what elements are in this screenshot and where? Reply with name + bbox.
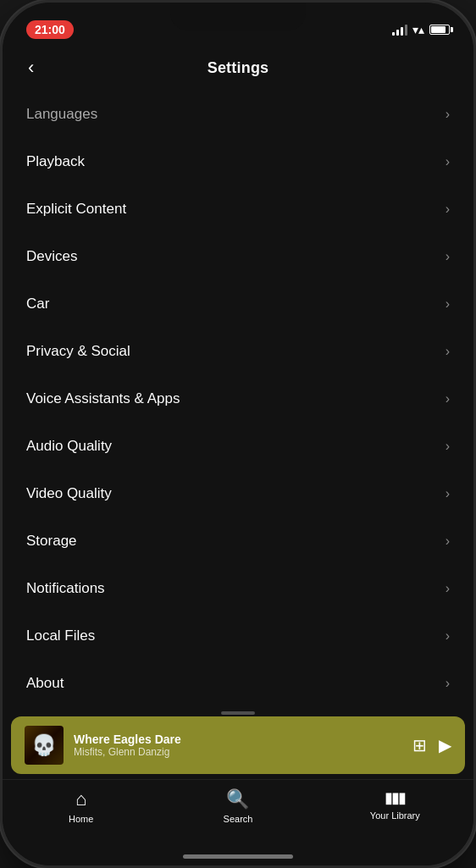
- album-art-icon: 💀: [31, 733, 57, 757]
- nav-item-home[interactable]: ⌂Home: [3, 788, 159, 824]
- wifi-icon: ▾▴: [412, 23, 424, 36]
- settings-label-languages: Languages: [26, 106, 97, 123]
- settings-label-video-quality: Video Quality: [26, 485, 112, 502]
- time-display: 21:00: [26, 20, 74, 39]
- settings-label-privacy-social: Privacy & Social: [26, 343, 130, 360]
- chevron-icon-storage: ›: [446, 534, 450, 549]
- settings-label-notifications: Notifications: [26, 580, 105, 597]
- settings-label-devices: Devices: [26, 248, 77, 265]
- settings-label-local-files: Local Files: [26, 628, 95, 644]
- settings-item-voice-assistants[interactable]: Voice Assistants & Apps›: [3, 375, 473, 423]
- chevron-icon-devices: ›: [446, 249, 450, 264]
- signal-icon: [392, 24, 407, 36]
- chevron-icon-about: ›: [446, 676, 450, 691]
- connect-device-icon[interactable]: ⊞: [412, 735, 427, 755]
- settings-item-about[interactable]: About›: [3, 660, 473, 707]
- chevron-icon-local-files: ›: [446, 628, 450, 644]
- track-info: Where Eagles Dare Misfits, Glenn Danzig: [74, 733, 402, 758]
- pull-indicator: [3, 708, 473, 716]
- settings-item-audio-quality[interactable]: Audio Quality›: [3, 423, 473, 470]
- chevron-icon-playback: ›: [446, 154, 450, 169]
- nav-icon-search: 🔍: [226, 788, 249, 810]
- chevron-icon-explicit-content: ›: [446, 202, 450, 217]
- chevron-icon-notifications: ›: [446, 581, 450, 596]
- settings-item-privacy-social[interactable]: Privacy & Social›: [3, 328, 473, 375]
- settings-label-voice-assistants: Voice Assistants & Apps: [26, 390, 180, 407]
- nav-label-search: Search: [224, 814, 253, 824]
- player-controls: ⊞ ▶: [412, 735, 451, 755]
- album-art: 💀: [25, 726, 64, 765]
- battery-icon: [429, 25, 450, 35]
- phone-frame: 21:00 ▾▴ ‹ Settings Languages›Playback›E…: [0, 0, 476, 868]
- chevron-icon-languages: ›: [446, 107, 450, 122]
- settings-label-playback: Playback: [26, 153, 85, 170]
- home-indicator: [3, 847, 473, 865]
- screen: 21:00 ▾▴ ‹ Settings Languages›Playback›E…: [3, 3, 473, 865]
- settings-item-languages[interactable]: Languages›: [3, 91, 473, 138]
- track-title: Where Eagles Dare: [74, 733, 402, 746]
- settings-item-video-quality[interactable]: Video Quality›: [3, 470, 473, 517]
- settings-list: Languages›Playback›Explicit Content›Devi…: [3, 91, 473, 708]
- status-bar: 21:00 ▾▴: [3, 3, 473, 45]
- chevron-icon-audio-quality: ›: [446, 439, 450, 454]
- bottom-nav: ⌂Home🔍Search▮▮▮Your Library: [3, 779, 473, 847]
- settings-item-storage[interactable]: Storage›: [3, 517, 473, 565]
- settings-label-audio-quality: Audio Quality: [26, 438, 112, 455]
- chevron-icon-privacy-social: ›: [446, 344, 450, 359]
- chevron-icon-voice-assistants: ›: [446, 391, 450, 406]
- settings-item-devices[interactable]: Devices›: [3, 233, 473, 280]
- settings-header: ‹ Settings: [3, 45, 473, 91]
- back-button[interactable]: ‹: [21, 53, 41, 82]
- chevron-icon-video-quality: ›: [446, 486, 450, 501]
- play-button[interactable]: ▶: [439, 735, 451, 755]
- nav-item-search[interactable]: 🔍Search: [159, 788, 316, 824]
- nav-label-home: Home: [69, 814, 93, 824]
- settings-label-storage: Storage: [26, 533, 77, 550]
- settings-item-car[interactable]: Car›: [3, 280, 473, 328]
- nav-item-your-library[interactable]: ▮▮▮Your Library: [317, 788, 473, 821]
- settings-label-car: Car: [26, 296, 49, 312]
- chevron-icon-car: ›: [446, 296, 450, 312]
- now-playing-bar[interactable]: 💀 Where Eagles Dare Misfits, Glenn Danzi…: [11, 716, 465, 774]
- settings-label-about: About: [26, 675, 64, 692]
- settings-label-explicit-content: Explicit Content: [26, 201, 126, 218]
- page-title: Settings: [208, 59, 269, 77]
- settings-item-playback[interactable]: Playback›: [3, 138, 473, 185]
- nav-icon-your-library: ▮▮▮: [385, 788, 405, 807]
- nav-icon-home: ⌂: [75, 788, 86, 810]
- status-icons: ▾▴: [392, 23, 450, 36]
- track-artist: Misfits, Glenn Danzig: [74, 746, 402, 758]
- settings-item-local-files[interactable]: Local Files›: [3, 612, 473, 660]
- settings-item-notifications[interactable]: Notifications›: [3, 565, 473, 612]
- settings-item-explicit-content[interactable]: Explicit Content›: [3, 185, 473, 233]
- nav-label-your-library: Your Library: [370, 810, 420, 821]
